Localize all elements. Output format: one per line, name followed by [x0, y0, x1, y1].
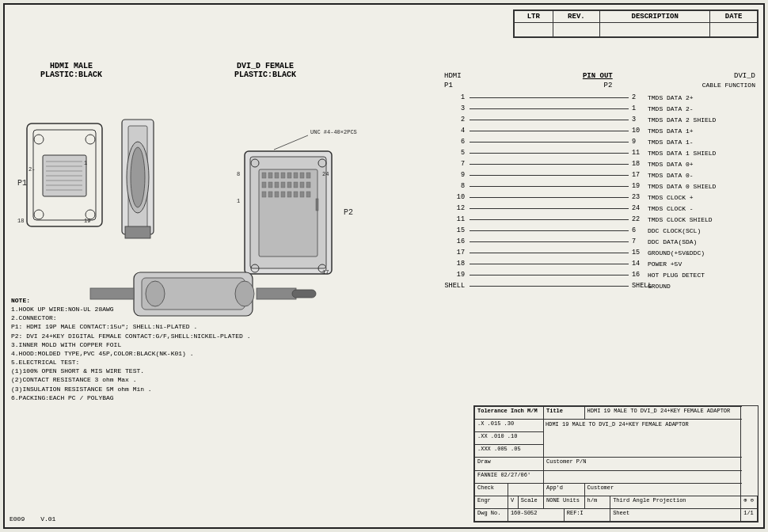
- svg-text:P2: P2: [344, 208, 353, 217]
- projection-label: Third Angle Projection: [610, 496, 741, 508]
- pin-func: TMDS DATA 2-: [644, 105, 755, 112]
- pin-line: [470, 97, 629, 98]
- pin-hdmi: 19: [444, 271, 468, 279]
- pin-line: [470, 275, 629, 276]
- pin-hdmi: 1: [444, 93, 468, 101]
- p1-label: P1: [444, 82, 453, 89]
- xxx-tol: .XXX .005 .05: [475, 445, 544, 458]
- pin-line: [470, 208, 629, 209]
- cable-function: CABLE FUNCTION: [702, 82, 755, 89]
- hdmi-header: HDMI: [444, 72, 462, 80]
- pin-dvi: 14: [630, 260, 644, 268]
- svg-rect-31: [262, 173, 266, 178]
- pin-hdmi: 4: [444, 127, 468, 135]
- pin-line: [470, 131, 629, 131]
- svg-rect-32: [268, 173, 272, 178]
- dvi-header: DVI_D: [734, 72, 755, 80]
- svg-rect-49: [275, 192, 279, 197]
- pin-func: TMDS DATA 2+: [644, 94, 755, 101]
- pin-dvi: 18: [630, 160, 644, 168]
- notes-title: NOTE:: [11, 296, 391, 305]
- pin-row: 15 6 DDC CLOCK(SCL): [444, 225, 755, 236]
- notes-lines: 1.HOOK UP WIRE:NON-UL 28AWG2.CONNECTOR: …: [11, 305, 391, 402]
- title-block-top: LTR REV. DESCRIPTION DATE: [513, 10, 758, 38]
- svg-rect-51: [287, 192, 291, 197]
- dwg-no-label: Dwg No.: [475, 508, 508, 521]
- svg-text:1: 1: [84, 160, 87, 166]
- svg-rect-44: [294, 182, 298, 188]
- svg-rect-35: [287, 173, 291, 178]
- note-line: (2)CONTACT RESISTANCE 3 ohm Max .: [11, 375, 391, 384]
- pin-dvi: 22: [630, 215, 644, 223]
- svg-rect-46: [306, 182, 310, 188]
- svg-point-2: [34, 135, 44, 144]
- title-value-repeat: HDMI 19 MALE TO DVI_D 24+KEY FEMALE ADAP…: [544, 420, 741, 458]
- pin-row: SHELL SHELL GROUND: [444, 280, 755, 291]
- pin-func: TMDS DATA 1-: [644, 139, 755, 146]
- svg-text:2-: 2-: [29, 166, 35, 173]
- part-number: E009: [10, 515, 25, 522]
- pin-dvi: 1: [630, 104, 644, 112]
- svg-rect-41: [275, 182, 279, 188]
- svg-text:18: 18: [17, 218, 24, 224]
- svg-rect-33: [275, 173, 279, 178]
- note-line: P1: HDMI 19P MALE CONTACT:15u"; SHELL:Ni…: [11, 322, 391, 331]
- note-line: 3.INNER MOLD WITH COPPER FOIL: [11, 340, 391, 349]
- version: V.01: [40, 515, 55, 522]
- col-rev: REV.: [553, 11, 600, 23]
- units-label: NONE Units: [544, 496, 585, 508]
- pin-row: 17 15 GROUND(+5V&DDC): [444, 247, 755, 258]
- pin-hdmi: 16: [444, 238, 468, 245]
- pin-func: DDC DATA(SDA): [644, 238, 755, 245]
- pin-row: 11 22 TMDS CLOCK SHIELD: [444, 214, 755, 225]
- pin-dvi: 10: [630, 127, 644, 135]
- svg-point-3: [86, 135, 95, 144]
- pin-hdmi: SHELL: [444, 282, 468, 290]
- appd-label: App'd: [544, 483, 585, 496]
- pin-line: [470, 197, 629, 198]
- note-line: 4.HOOD:MOLDED TYPE,PVC 45P,COLOR:BLACK(N…: [11, 349, 391, 358]
- pin-hdmi: 11: [444, 215, 468, 223]
- pin-func: TMDS CLOCK SHIELD: [644, 216, 755, 223]
- pin-dvi: 7: [630, 238, 644, 245]
- draw-label: Draw: [475, 458, 544, 470]
- title-value: HDMI 19 MALE TO DVI_D 24+KEY FEMALE ADAP…: [584, 407, 741, 420]
- ref-label: REF:I: [564, 508, 610, 521]
- pin-dvi: 9: [630, 138, 644, 146]
- pin-row: 16 7 DDC DATA(SDA): [444, 236, 755, 247]
- svg-point-4: [34, 210, 44, 219]
- pin-line: [470, 120, 629, 120]
- svg-rect-38: [306, 173, 310, 178]
- pin-hdmi: 10: [444, 193, 468, 201]
- pin-func: TMDS DATA 2 SHIELD: [644, 116, 755, 124]
- svg-rect-52: [294, 192, 298, 197]
- pin-func: POWER +5V: [644, 260, 755, 268]
- pin-dvi: 15: [630, 249, 644, 256]
- svg-rect-48: [268, 192, 272, 197]
- note-line: 6.PACKING:EACH PC / POLYBAG: [11, 393, 391, 402]
- pin-row: 7 18 TMDS DATA 0+: [444, 158, 755, 169]
- sheet-label: Sheet: [610, 508, 741, 521]
- pin-row: 4 10 TMDS DATA 1+: [444, 125, 755, 136]
- pin-hdmi: 12: [444, 204, 468, 212]
- note-line: P2: DVI 24+KEY DIGITAL FEMALE CONTACT:G/…: [11, 332, 391, 340]
- pin-line: [470, 264, 629, 264]
- pin-dvi: 2: [630, 93, 644, 101]
- svg-rect-53: [300, 192, 304, 197]
- pin-row: 2 3 TMDS DATA 2 SHIELD: [444, 114, 755, 125]
- pin-func: TMDS DATA 0+: [644, 161, 755, 168]
- svg-rect-42: [281, 182, 285, 188]
- pin-hdmi: 17: [444, 249, 468, 256]
- pinout-section: HDMI PIN OUT DVI_D P1 P2 CABLE FUNCTION …: [444, 72, 755, 401]
- draw-value: FANNIE 02/27/06': [475, 470, 544, 483]
- pin-line: [470, 186, 629, 187]
- svg-rect-34: [281, 173, 285, 178]
- pin-row: 5 11 TMDS DATA 1 SHIELD: [444, 147, 755, 158]
- check-label: Check: [475, 483, 508, 496]
- note-line: 1.HOOK UP WIRE:NON-UL 28AWG: [11, 305, 391, 314]
- pin-line: [470, 253, 629, 253]
- svg-rect-45: [300, 182, 304, 188]
- pin-func: TMDS DATA 1 SHIELD: [644, 150, 755, 157]
- pin-line: [470, 175, 629, 176]
- sheet-value: 1/1: [741, 508, 758, 521]
